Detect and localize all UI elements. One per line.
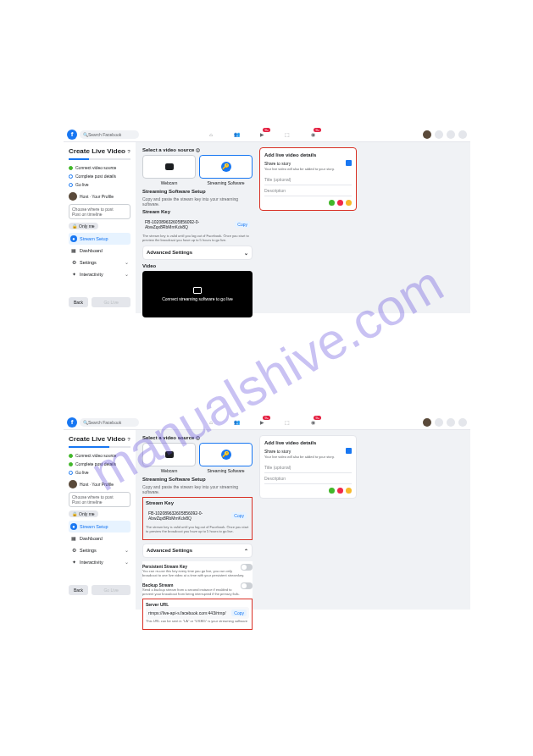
source-webcam[interactable]	[142, 155, 196, 179]
share-checkbox[interactable]	[346, 448, 352, 454]
privacy-selector[interactable]: 🔒 Only me	[69, 510, 98, 517]
title-input[interactable]: Title (optional)	[264, 462, 352, 473]
source-streaming-software[interactable]: 🔑	[199, 443, 253, 466]
copy-button[interactable]: Copy	[235, 221, 250, 228]
emoji-location-icon[interactable]	[337, 488, 343, 494]
sidebar-item-stream[interactable]: ●Stream Setup	[69, 233, 130, 245]
account-icon[interactable]	[458, 130, 467, 139]
step-complete: Complete post details	[69, 174, 130, 179]
stream-key-highlight: Stream Key FB-102089632605856092-0-AbwZq…	[142, 497, 253, 540]
notifications-icon[interactable]	[447, 418, 455, 427]
details-panel: Add live video details Share to story Yo…	[259, 147, 357, 211]
copy-button[interactable]: Copy	[231, 610, 247, 616]
go-live-button[interactable]: Go Live	[92, 297, 130, 307]
watch-icon[interactable]: ▶9+	[258, 130, 266, 139]
persistent-key-row: Persistent Stream KeyYou can re-use this…	[142, 561, 253, 580]
sidebar-item-interactivity[interactable]: ✦Interactivity⌄	[69, 556, 130, 568]
description-input[interactable]: Description	[264, 473, 352, 484]
post-destination-select[interactable]: Choose where to postPost on timeline	[69, 492, 130, 507]
screenshot-1: f 🔍 Search Facebook ⌂ 👥 ▶9+ ⬚ ◉9+ Create…	[64, 127, 470, 313]
notifications-icon[interactable]	[447, 130, 455, 139]
help-icon[interactable]: ?	[127, 437, 130, 442]
emoji-feeling-icon[interactable]	[346, 488, 352, 494]
sidebar: Create Live Video? Connect video source …	[64, 430, 136, 610]
stream-key-field[interactable]: FB-102089632605856092-0-AbwZqx8RbMmKdv8Q…	[146, 508, 249, 523]
home-icon[interactable]: ⌂	[207, 130, 215, 139]
search-input[interactable]: 🔍 Search Facebook	[80, 130, 139, 139]
video-label: Video	[142, 263, 253, 268]
backup-stream-row: Backup StreamSend a backup stream from a…	[142, 580, 253, 599]
info-icon[interactable]: i	[196, 436, 200, 440]
facebook-logo[interactable]: f	[67, 130, 77, 140]
server-url-field[interactable]: rtmps://live-api-s.facebook.com:443/rtmp…	[146, 607, 249, 619]
groups-icon[interactable]: ◉9+	[308, 418, 317, 427]
advanced-settings-toggle[interactable]: Advanced Settings⌄	[142, 246, 253, 260]
right-icons	[423, 130, 467, 139]
source-streaming-software[interactable]: 🔑	[199, 155, 253, 179]
chevron-down-icon: ⌄	[125, 272, 129, 277]
avatar[interactable]	[423, 130, 431, 139]
back-button[interactable]: Back	[69, 585, 88, 595]
sidebar-item-dashboard[interactable]: ▦Dashboard	[69, 245, 130, 257]
sidebar-item-stream[interactable]: ●Stream Setup	[69, 521, 130, 533]
sidebar: Create Live Video? Connect video source …	[64, 142, 136, 313]
top-nav: ⌂ 👥 ▶9+ ⬚ ◉9+	[207, 130, 317, 139]
key-icon: 🔑	[221, 162, 231, 172]
back-button[interactable]: Back	[69, 297, 88, 307]
backup-toggle[interactable]	[241, 582, 253, 589]
sidebar-item-interactivity[interactable]: ✦Interactivity⌄	[69, 268, 130, 280]
emoji-smile-icon[interactable]	[329, 200, 335, 206]
source-webcam[interactable]	[142, 443, 196, 466]
facebook-logo[interactable]: f	[67, 417, 77, 428]
top-bar: f 🔍 Search Facebook ⌂ 👥 ▶9+ ⬚ ◉9+	[64, 127, 470, 142]
sidebar-title: Create Live Video?	[69, 435, 130, 443]
help-icon[interactable]: ?	[127, 149, 130, 154]
share-to-story-row: Share to story	[264, 160, 352, 166]
screenshot-2: f 🔍 Search Facebook ⌂ 👥 ▶9+ ⬚ ◉9+ Create…	[64, 415, 470, 610]
stream-key-label: Stream Key	[142, 209, 253, 214]
watch-icon[interactable]: ▶9+	[258, 418, 266, 427]
stream-key-field[interactable]: FB-102089632605856092-0-AbwZqx8RbMmKdv8Q…	[142, 217, 253, 232]
right-icons	[423, 418, 467, 427]
marketplace-icon[interactable]: ⬚	[283, 130, 291, 139]
avatar[interactable]	[423, 418, 431, 427]
friends-icon[interactable]: 👥	[232, 130, 241, 139]
select-source-title: Select a video sourcei	[142, 147, 253, 152]
sidebar-item-settings[interactable]: ⚙Settings⌄	[69, 257, 130, 268]
server-url-highlight: Server URL rtmps://live-api-s.facebook.c…	[142, 599, 253, 630]
video-icon	[193, 287, 202, 294]
sw-setup-sub: Copy and paste the stream key into your …	[142, 196, 253, 207]
home-icon[interactable]: ⌂	[207, 418, 215, 427]
description-input[interactable]: Description	[264, 185, 352, 196]
groups-icon[interactable]: ◉9+	[308, 130, 317, 139]
title-input[interactable]: Title (optional)	[264, 174, 352, 185]
friends-icon[interactable]: 👥	[232, 418, 241, 427]
advanced-settings-toggle[interactable]: Advanced Settings⌃	[142, 544, 253, 558]
advanced-settings-body: Persistent Stream KeyYou can re-use this…	[142, 561, 253, 630]
marketplace-icon[interactable]: ⬚	[283, 418, 291, 427]
info-icon[interactable]: i	[196, 148, 200, 152]
account-icon[interactable]	[458, 418, 467, 427]
share-checkbox[interactable]	[346, 160, 352, 166]
sidebar-item-settings[interactable]: ⚙Settings⌄	[69, 544, 130, 556]
search-input[interactable]: 🔍 Search Facebook	[80, 418, 139, 427]
copy-button[interactable]: Copy	[231, 512, 247, 519]
user-avatar	[69, 192, 77, 201]
privacy-selector[interactable]: 🔒 Only me	[69, 223, 98, 229]
sidebar-item-dashboard[interactable]: ▦Dashboard	[69, 533, 130, 544]
menu-icon[interactable]	[435, 130, 443, 139]
emoji-smile-icon[interactable]	[329, 488, 335, 494]
user-row: Host · Your Profile	[69, 192, 130, 201]
video-preview: Connect streaming software to go live	[142, 271, 253, 317]
chevron-down-icon: ⌄	[125, 260, 129, 265]
emoji-feeling-icon[interactable]	[346, 200, 352, 206]
persistent-toggle[interactable]	[241, 564, 253, 571]
go-live-button[interactable]: Go Live	[92, 585, 130, 595]
menu-icon[interactable]	[435, 418, 443, 427]
post-destination-select[interactable]: Choose where to postPost on timeline	[69, 204, 130, 219]
top-nav: ⌂ 👥 ▶9+ ⬚ ◉9+	[207, 418, 317, 427]
emoji-location-icon[interactable]	[337, 200, 343, 206]
main-content: Select a video sourcei 🔑 WebcamStreaming…	[136, 142, 470, 313]
sw-setup-title: Streaming Software Setup	[142, 477, 253, 482]
camera-icon	[165, 163, 174, 170]
